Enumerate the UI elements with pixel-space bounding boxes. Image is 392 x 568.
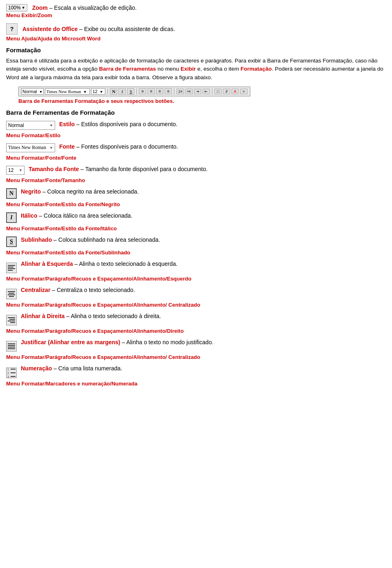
toolbar-size-select[interactable]: 12 ▼ [91, 88, 105, 95]
font-description: Fonte – Fontes disponíveis para o docume… [59, 143, 386, 150]
toolbar-indent-btn[interactable]: ⇥ [194, 89, 201, 94]
toolbar-font-color-btn[interactable]: A [232, 89, 239, 94]
style-dropdown[interactable]: Normal ▼ [6, 121, 55, 130]
style-menu: Menu Formatar/Estilo [6, 132, 386, 138]
style-description: Estilo – Estilos disponíveis para o docu… [59, 121, 386, 127]
formatting-bar-title: Barra de Ferramentas de Formatação [6, 109, 386, 116]
underline-button[interactable]: S [6, 236, 17, 247]
toolbar-outdent-btn[interactable]: ⇤ [203, 89, 210, 94]
align-left-icon [7, 264, 16, 272]
toolbar-bold-btn[interactable]: N [110, 88, 117, 95]
formatting-toolbar-preview: Normal ▼ Times New Roman ▼ 12 ▼ N I S ≡ … [18, 87, 250, 96]
align-left-section: Alinhar à Esquerda – Alinha o texto sele… [6, 261, 386, 282]
align-left-button[interactable] [6, 263, 17, 273]
bold-section: N Negrito – Coloca negrito na área selec… [6, 188, 386, 207]
italic-section: I Itálico – Coloca itálico na área selec… [6, 212, 386, 232]
toolbar-highlight-btn[interactable]: ∂ [223, 89, 230, 94]
formatting-intro-section: Formatação Essa barra é utilizada para a… [6, 47, 386, 116]
toolbar-underline-btn[interactable]: S [127, 88, 134, 95]
zoom-section: 100% ▼ Zoom – Escala a visualização de e… [6, 4, 386, 18]
toolbar-sep2 [136, 88, 137, 95]
font-section: Times New Roman ▼ Fonte – Fontes disponí… [6, 143, 386, 161]
size-description: Tamanho da Fonte – Tamanho da fonte disp… [29, 166, 386, 172]
style-dropdown-arrow: ▼ [49, 123, 53, 127]
align-right-section: Alinhar à Direita – Alinha o texto selec… [6, 313, 386, 334]
numbering-button[interactable]: 1 2 3 [6, 368, 17, 378]
align-center-button[interactable] [6, 289, 17, 299]
font-dropdown-arrow: ▼ [49, 146, 53, 150]
bold-button[interactable]: N [6, 188, 17, 199]
underline-menu: Menu Formatar/Fonte/Estilo da Fonte/Subl… [6, 249, 386, 256]
office-assistant-section: ? Assistente do Office – Exibe ou oculta… [6, 23, 386, 42]
toolbar-align-right-btn[interactable]: ≡ [156, 88, 163, 94]
toolbar-caption: Barra de Ferramentas Formatação e seus r… [18, 98, 386, 104]
style-section: Normal ▼ Estilo – Estilos disponíveis pa… [6, 121, 386, 138]
zoom-control[interactable]: 100% ▼ [6, 4, 27, 11]
size-section: 12 ▼ Tamanho da Fonte – Tamanho da fonte… [6, 166, 386, 183]
toolbar-font-select[interactable]: Times New Roman ▼ [45, 88, 90, 95]
office-menu: Menu Ajuda/Ajuda do Microsoft Word [6, 36, 386, 42]
align-right-button[interactable] [6, 315, 17, 325]
size-dropdown-arrow: ▼ [19, 168, 22, 172]
justify-button[interactable] [6, 341, 17, 352]
toolbar-italic-btn[interactable]: I [118, 88, 126, 95]
toolbar-num-list-btn[interactable]: 1≡ [176, 89, 184, 94]
toolbar-align-center-btn[interactable]: ≡ [147, 88, 155, 94]
toolbar-border-btn[interactable]: □ [214, 89, 222, 94]
align-center-description: Centralizar – Centraliza o texto selecio… [21, 287, 386, 293]
formatting-title: Formatação [6, 47, 386, 53]
font-dropdown[interactable]: Times New Roman ▼ [6, 143, 55, 152]
toolbar-sep4 [212, 88, 212, 95]
justify-icon [7, 342, 16, 350]
align-right-description: Alinhar à Direita – Alinha o texto selec… [21, 313, 386, 319]
align-center-menu: Menu Formatar/Parágrafo/Recuos e Espaçam… [6, 302, 386, 308]
size-menu: Menu Formatar/Fonte/Tamanho [6, 177, 386, 183]
toolbar-sep1 [107, 88, 108, 95]
justify-description: Justificar (Alinhar entre as margens) – … [21, 339, 386, 345]
underline-section: S Sublinhado – Coloca sublinhado na área… [6, 236, 386, 256]
underline-description: Sublinhado – Coloca sublinhado na área s… [21, 236, 386, 243]
zoom-menu: Menu Exibir/Zoom [6, 12, 386, 18]
justify-menu: Menu Formatar/Parágrafo/Recuos e Espaçam… [6, 354, 386, 360]
align-right-icon [7, 316, 16, 324]
toolbar-align-left-btn[interactable]: ≡ [139, 88, 146, 94]
numbering-description: Numeração – Cria uma lista numerada. [21, 365, 386, 372]
numbering-section: 1 2 3 Numeração – Cria uma lista numerad… [6, 365, 386, 387]
zoom-label: Zoom – Escala a visualização de edição. [32, 4, 137, 11]
toolbar-sep3 [174, 88, 174, 95]
italic-description: Itálico – Coloca itálico na área selecio… [21, 212, 386, 219]
align-left-description: Alinhar à Esquerda – Alinha o texto sele… [21, 261, 386, 267]
align-center-icon [7, 290, 16, 298]
align-center-section: Centralizar – Centraliza o texto selecio… [6, 287, 386, 308]
size-dropdown[interactable]: 12 ▼ [6, 166, 24, 175]
office-assistant-text: Assistente do Office – Exibe ou oculta a… [22, 26, 175, 32]
toolbar-bullet-list-btn[interactable]: •≡ [185, 89, 193, 94]
office-assistant-icon[interactable]: ? [6, 23, 18, 35]
zoom-arrow: ▼ [22, 6, 25, 10]
zoom-value: 100% [8, 5, 21, 11]
toolbar-justify-btn[interactable]: ≡ [165, 88, 172, 94]
align-left-menu: Menu Formatar/Parágrafo/Recuos e Espaçam… [6, 276, 386, 282]
italic-menu: Menu Formatar/Fonte/Estilo da Fonte/Itál… [6, 225, 386, 232]
italic-button[interactable]: I [6, 212, 17, 223]
formatting-intro-text: Essa barra é utilizada para a exibição e… [6, 57, 386, 82]
numbering-icon: 1 2 3 [7, 367, 16, 379]
bold-description: Negrito – Coloca negrito na área selecio… [21, 188, 386, 195]
align-right-menu: Menu Formatar/Parágrafo/Recuos e Espaçam… [6, 328, 386, 334]
numbering-menu: Menu Formatar/Marcadores e numeração/Num… [6, 381, 386, 387]
justify-section: Justificar (Alinhar entre as margens) – … [6, 339, 386, 360]
toolbar-more-btn[interactable]: » [240, 89, 247, 94]
toolbar-style-select[interactable]: Normal ▼ [21, 88, 44, 95]
font-menu: Menu Formatar/Fonte/Fonte [6, 155, 386, 161]
bold-menu: Menu Formatar/Fonte/Estilo da Fonte/Negr… [6, 201, 386, 207]
